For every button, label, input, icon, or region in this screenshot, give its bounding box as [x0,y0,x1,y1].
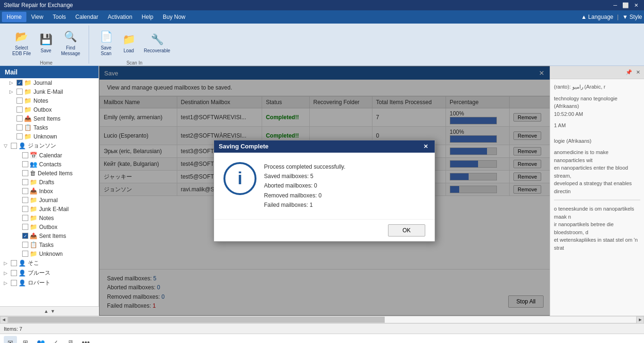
save-icon: 💾 [38,32,53,47]
menu-home[interactable]: Home [2,12,26,22]
checkbox-unknown1[interactable] [17,133,23,139]
tree-item-notes1[interactable]: 📁 Notes [0,96,99,105]
checkbox-tasks2[interactable] [22,242,28,248]
right-text-1: (ranto): راميو (Arabic, r [554,83,640,91]
menu-calendar[interactable]: Calendar [71,12,103,22]
load-button[interactable]: 📁 Load [118,30,139,56]
nav-more-button[interactable]: 🖥 [64,336,77,343]
tree-item-contacts2[interactable]: 👥 Contacts [0,160,99,169]
items-count: Items: 7 [4,326,22,332]
tree-label-johnson: ジョンソン [28,142,56,150]
tree-item-sent2[interactable]: ✓ 📤 Sent Items [0,231,99,240]
nav-options-button[interactable]: ••• [79,336,92,343]
checkbox-journal2[interactable] [22,197,28,203]
scroll-left-button[interactable]: ◀ [0,316,8,324]
checkbox-soko[interactable] [11,260,17,266]
scroll-right-button[interactable]: ▶ [636,316,644,324]
right-text-3: 10:52:00 AM [554,110,640,118]
checkbox-junk1[interactable] [17,89,23,95]
ok-button[interactable]: OK [388,224,425,237]
tree-label-journal2: Journal [39,197,58,204]
style-button[interactable]: ▼ Style [622,14,642,20]
tree-item-drafts2[interactable]: 📁 Drafts [0,178,99,187]
folder-icon: 📁 [24,133,32,140]
saving-complete-message: Process completed successfully. Saved ma… [264,162,346,210]
menu-buynow[interactable]: Buy Now [158,12,190,22]
save-button[interactable]: 💾 Save [35,30,56,56]
checkbox-junk2[interactable] [22,206,28,212]
nav-mail-button[interactable]: ✉ [4,336,17,343]
tree-item-robert[interactable]: ▷ 👤 ロバート [0,278,99,288]
ribbon-group-scan: 📄 SaveScan 📁 Load 🔧 Recoverable Scan In [90,25,179,64]
checkbox-outbox2[interactable] [22,224,28,230]
nav-tasks-button[interactable]: ✓ [49,336,62,343]
close-button[interactable]: ✕ [632,1,640,9]
checkbox-sent2[interactable]: ✓ [22,233,28,239]
checkbox-tasks1[interactable] [17,124,23,131]
scroll-down-button[interactable]: ▼ [50,309,55,314]
menu-view[interactable]: View [26,12,48,22]
language-button[interactable]: ▲ Language [581,14,613,20]
save-scan-button[interactable]: 📄 SaveScan [96,27,116,58]
scroll-track[interactable] [8,316,636,323]
tree-item-notes2[interactable]: 📁 Notes [0,213,99,222]
scroll-up-button[interactable]: ▲ [44,309,49,314]
info-icon: i [223,162,256,195]
menu-activation[interactable]: Activation [103,12,137,22]
recoverable-button[interactable]: 🔧 Recoverable [141,30,173,56]
select-edb-button[interactable]: 📂 SelectEDB File [9,27,33,58]
tree-item-soko[interactable]: ▷ 👤 そこ [0,258,99,268]
tree-item-calendar2[interactable]: 📅 Calendar [0,151,99,160]
tree-item-outbox1[interactable]: 📁 Outbox [0,105,99,114]
tree-item-deleted2[interactable]: 🗑 Deleted Items [0,169,99,178]
expand-icon: ▷ [9,80,15,85]
tree-scroll-controls: ▲ ▼ [0,306,99,316]
saving-complete-close-button[interactable]: ✕ [421,142,430,151]
tree-item-blues[interactable]: ▷ 👤 ブルース [0,268,99,278]
checkbox-journal-1[interactable]: ✓ [17,80,23,86]
checkbox-inbox2[interactable] [22,188,28,194]
checkbox-outbox1[interactable] [17,106,23,113]
tree-item-junk2[interactable]: 📁 Junk E-Mail [0,204,99,213]
tree-label-unknown2: Unknown [39,251,63,257]
tree-item-journal-1[interactable]: ▷ ✓ 📁 Journal [0,78,99,87]
right-text-8: developed a strategy that enables direct… [554,180,640,195]
ribbon-buttons-home: 📂 SelectEDB File 💾 Save 🔍 FindMessage [9,27,83,58]
checkbox-unknown2[interactable] [22,251,28,257]
nav-contacts-button[interactable]: 👥 [34,336,47,343]
tree-item-unknown1[interactable]: 📁 Unknown [0,132,99,141]
checkbox-deleted2[interactable] [22,170,28,176]
pin-button[interactable]: 📌 [624,68,634,76]
tree-item-sent1[interactable]: 📤 Sent Items [0,114,99,123]
folder-icon: 📁 [30,179,37,186]
checkbox-blues[interactable] [11,270,17,276]
checkbox-robert[interactable] [11,280,17,286]
menu-tools[interactable]: Tools [48,12,71,22]
checkbox-johnson[interactable] [11,143,17,149]
find-message-button[interactable]: 🔍 FindMessage [58,27,83,58]
message-line2: Saved mailboxes: 5 [264,172,346,181]
checkbox-notes1[interactable] [17,98,23,104]
nav-calendar-button[interactable]: ⊞ [19,336,32,343]
tree-item-journal2[interactable]: 📁 Journal [0,196,99,204]
tree-item-unknown2[interactable]: 📁 Unknown [0,249,99,258]
tree-item-tasks1[interactable]: 📋 Tasks [0,123,99,132]
tree-item-johnson[interactable]: ▽ 👤 ジョンソン [0,141,99,151]
tree-item-outbox2[interactable]: 📁 Outbox [0,222,99,231]
tree-item-tasks2[interactable]: 📋 Tasks [0,240,99,249]
close-right-button[interactable]: ✕ [634,68,642,76]
minimize-button[interactable]: ─ [611,1,619,9]
tree-item-junk1[interactable]: ▷ 📁 Junk E-Mail [0,87,99,96]
checkbox-notes2[interactable] [22,215,28,221]
checkbox-drafts2[interactable] [22,179,28,185]
folder-icon: 📥 [30,188,37,195]
checkbox-sent1[interactable] [17,115,23,122]
checkbox-contacts2[interactable] [22,161,28,167]
recoverable-label: Recoverable [144,48,170,54]
maximize-button[interactable]: ⬜ [621,1,630,9]
scroll-thumb[interactable] [8,317,385,323]
checkbox-calendar2[interactable] [22,152,28,158]
tree-item-inbox2[interactable]: 📥 Inbox [0,187,99,196]
tree-label-robert: ロバート [28,279,50,287]
menu-help[interactable]: Help [137,12,158,22]
